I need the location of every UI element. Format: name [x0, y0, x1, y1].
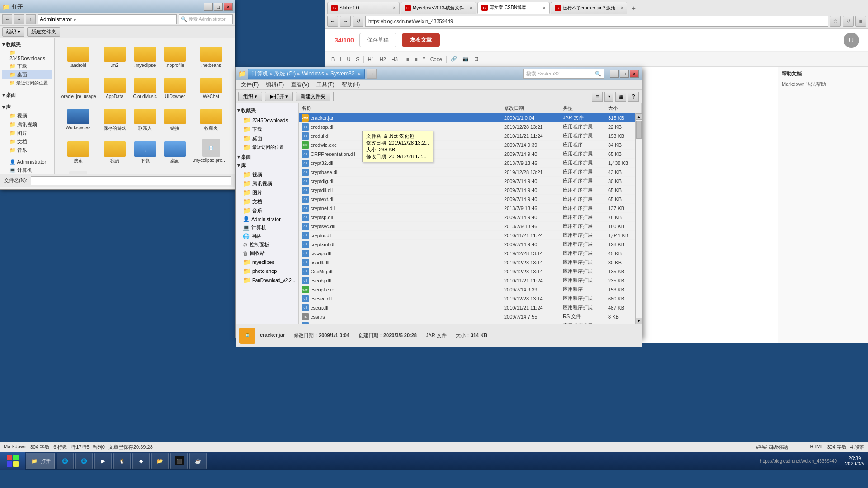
sys32-sidebar-video[interactable]: 📁 视频 — [237, 170, 297, 179]
list-item[interactable]: .oracle_jre_usage — [58, 73, 98, 101]
menu-view[interactable]: 查看(V) — [288, 80, 313, 89]
dialog-address-path[interactable]: Administrator ▸ — [38, 14, 177, 24]
dialog-sidebar-music[interactable]: 📁 音乐 — [2, 146, 52, 155]
dialog-sidebar-tencent-video[interactable]: 📁 腾讯视频 — [2, 120, 52, 129]
scrollbar-thumb[interactable] — [636, 121, 642, 139]
dialog-sidebar-desktop[interactable]: 📁 桌面 — [2, 70, 52, 79]
taskbar-item-qq[interactable]: 🐧 — [113, 453, 131, 469]
sys32-sidebar-docs[interactable]: 📁 文档 — [237, 197, 297, 206]
dialog-up-btn[interactable]: ↑ — [26, 14, 36, 24]
table-row[interactable]: dll cryptext.dll 2009/7/14 9:40 应用程序扩展 6… — [299, 195, 642, 204]
table-row[interactable]: dll CRPPresentation.dll 2009/7/14 9:40 应… — [299, 150, 642, 159]
list-item[interactable]: 链接 — [162, 104, 188, 133]
list-item[interactable]: .myeclipse — [132, 42, 159, 70]
list-item[interactable]: 我的 — [102, 137, 128, 166]
table-row[interactable]: exe cscript.exe 2009/7/14 9:39 应用程序 153 … — [299, 285, 642, 294]
header-date[interactable]: 修改日期 — [501, 103, 560, 113]
start-button[interactable] — [0, 452, 25, 470]
table-row[interactable]: dll cryptnet.dll 2013/7/9 13:46 应用程序扩展 1… — [299, 204, 642, 213]
list-item[interactable]: 联系人 — [132, 104, 159, 133]
tool-italic[interactable]: I — [338, 56, 344, 63]
browser-url-bar[interactable]: https://blog.csdn.net/weixin_43359449 — [365, 16, 828, 27]
tab-close-csdn[interactable]: × — [543, 5, 546, 10]
tool-bold[interactable]: B — [329, 56, 337, 63]
table-row[interactable]: dll cryptxml.dll 2009/7/14 9:40 应用程序扩展 1… — [299, 240, 642, 249]
taskbar-item-chrome2[interactable]: 🌐 — [75, 453, 93, 469]
sys32-sidebar-tencent-video[interactable]: 📁 腾讯视频 — [237, 179, 297, 188]
table-row[interactable]: dll cryptui.dll 2010/11/21 11:24 应用程序扩展 … — [299, 231, 642, 240]
sys32-sidebar-pictures[interactable]: 📁 图片 — [237, 188, 297, 197]
dialog-sidebar-recent[interactable]: 📁 最近访问的位置 — [2, 79, 52, 87]
sys32-sidebar-admin[interactable]: 👤 Administrator — [237, 215, 297, 223]
table-row[interactable]: dll cryptsp.dll 2009/7/14 9:40 应用程序扩展 78… — [299, 213, 642, 222]
tool-link[interactable]: 🔗 — [448, 55, 459, 63]
sys32-minimize-btn[interactable]: − — [610, 70, 619, 78]
dialog-minimize-btn[interactable]: − — [204, 3, 213, 11]
browser-tab-myeclipse[interactable]: G Myeclipse-2013-破解文件... × — [401, 2, 476, 14]
table-row[interactable]: dll credssp.dll 2019/12/28 13:21 应用程序扩展 … — [299, 122, 642, 131]
sys32-help-btn[interactable]: ? — [628, 92, 639, 102]
sys32-sidebar-pandownload[interactable]: 📁 PanDownload_v2.2... — [237, 276, 297, 285]
list-item[interactable]: 📄 .myeclipse.properties — [191, 137, 231, 166]
dialog-back-btn[interactable]: ← — [2, 14, 12, 24]
table-row[interactable]: dll cscapi.dll 2019/12/28 13:14 应用程序扩展 4… — [299, 249, 642, 258]
browser-tab-cracker[interactable]: G 运行不了cracker.jar？激活... × — [551, 2, 627, 14]
dialog-sidebar-video[interactable]: 📁 视频 — [2, 112, 52, 120]
list-item[interactable]: .m2 — [102, 42, 128, 70]
dialog-sidebar-computer[interactable]: 💻 计算机 — [2, 166, 52, 174]
dialog-search-box[interactable]: 🔍 搜索 Administrator — [179, 14, 233, 24]
table-row[interactable]: exe credwiz.exe 2009/7/14 9:39 应用程序 34 K… — [299, 141, 642, 150]
list-item[interactable]: .nbprofile — [162, 42, 188, 70]
sys32-sidebar-download[interactable]: 📁 下载 — [237, 125, 297, 134]
sys32-view-dropdown[interactable]: ▾ — [604, 92, 613, 102]
breadcrumb-path[interactable]: 计算机 ▸ 系统 (C:) ▸ Windows ▸ System32 ▸ — [248, 69, 365, 79]
browser-tab-csdn[interactable]: G 写文章-CSDN博客 × — [477, 2, 550, 14]
sys32-search-box[interactable]: 搜索 System32 🔍 — [523, 69, 604, 79]
sys32-preview-btn[interactable]: ▦ — [615, 92, 626, 102]
sys32-open-btn[interactable]: ▶ 打开 ▾ — [265, 92, 293, 101]
tool-image[interactable]: 📷 — [460, 55, 471, 63]
list-item[interactable]: .netbeans — [191, 42, 231, 70]
filename-input[interactable] — [31, 176, 231, 185]
table-row[interactable]: dll cscdll.dll 2019/12/28 13:14 应用程序扩展 3… — [299, 258, 642, 267]
sys32-close-btn[interactable]: × — [630, 70, 639, 78]
sys32-sidebar-music[interactable]: 📁 音乐 — [237, 206, 297, 215]
dialog-sidebar-pictures[interactable]: 📁 图片 — [2, 129, 52, 137]
browser-refresh-btn[interactable]: ↺ — [353, 16, 363, 27]
browser-refresh2-btn[interactable]: ↺ — [843, 16, 854, 27]
sys32-sidebar-photoshop[interactable]: 📁 photo shop — [237, 267, 297, 276]
tool-ordered[interactable]: ≡ — [412, 56, 420, 63]
taskbar-item-java[interactable]: ☕ — [189, 453, 207, 469]
addr-nav-fwd[interactable]: → — [367, 69, 377, 79]
dialog-sidebar-download[interactable]: 📁 下载 — [2, 62, 52, 70]
tool-list[interactable]: ≡ — [404, 56, 411, 63]
header-name[interactable]: 名称 — [299, 103, 501, 113]
table-row[interactable]: dll cryptsvc.dll 2013/7/9 13:46 应用程序扩展 1… — [299, 222, 642, 231]
list-item[interactable]: 搜索 — [58, 137, 98, 166]
list-item[interactable]: 📄 .pulse2.locator — [58, 169, 98, 174]
sys32-sidebar-recycle[interactable]: 🗑 回收站 — [237, 249, 297, 258]
list-item[interactable]: UIDowner — [162, 73, 188, 101]
tool-h1[interactable]: H1 — [366, 56, 377, 63]
dialog-sidebar-docs[interactable]: 📁 文档 — [2, 137, 52, 146]
header-type[interactable]: 类型 — [560, 103, 605, 113]
list-item[interactable]: ↓ 下载 — [132, 137, 159, 166]
tool-h3[interactable]: H3 — [389, 56, 400, 63]
table-row[interactable]: dll cssrsv.dll 2019/12/28 13:21 应用程序扩展 4… — [299, 321, 642, 324]
table-row[interactable]: dll cscobj.dll 2010/11/21 11:24 应用程序扩展 2… — [299, 276, 642, 285]
tool-quote[interactable]: " — [421, 56, 427, 63]
taskbar-item-files[interactable]: 📂 — [151, 453, 169, 469]
tool-strike[interactable]: S — [354, 56, 361, 63]
taskbar-item-terminal[interactable]: ⬛ — [170, 453, 188, 469]
table-row[interactable]: dll cryptbase.dll 2019/12/28 13:21 应用程序扩… — [299, 168, 642, 177]
taskbar-item-app[interactable]: ◆ — [132, 453, 150, 469]
tab-close-myeclipse[interactable]: × — [470, 5, 472, 10]
sys32-maximize-btn[interactable]: □ — [620, 70, 629, 78]
dialog-close-btn[interactable]: × — [224, 3, 233, 11]
table-row[interactable]: dll cscsvc.dll 2019/12/28 13:14 应用程序扩展 6… — [299, 294, 642, 303]
menu-edit[interactable]: 编辑(E) — [262, 80, 288, 89]
dialog-sidebar-admin[interactable]: 👤 Administrator — [2, 158, 52, 166]
dialog-maximize-btn[interactable]: □ — [214, 3, 223, 11]
taskbar-item-media[interactable]: ▶ — [94, 453, 112, 469]
table-row[interactable]: dll credui.dll 2010/11/21 11:24 应用程序扩展 1… — [299, 131, 642, 141]
